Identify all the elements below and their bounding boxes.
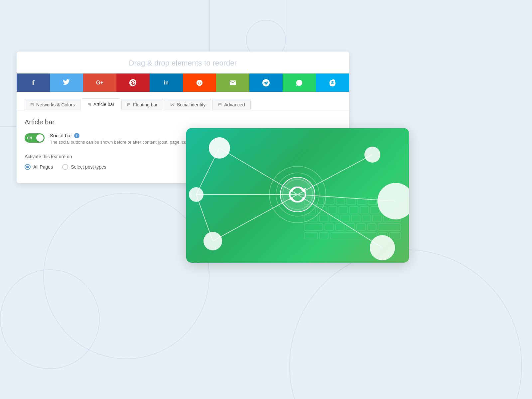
whatsapp-btn[interactable] xyxy=(283,73,316,92)
tab-article-bar[interactable]: ⊞ Article bar xyxy=(82,98,120,110)
radio-circle-select-post xyxy=(62,164,68,170)
svg-point-55 xyxy=(203,232,222,250)
svg-point-52 xyxy=(280,177,315,212)
green-card-background xyxy=(186,128,409,263)
social-bar-label: Social bar i xyxy=(50,133,192,138)
social-bar: f G+ in xyxy=(17,73,349,92)
svg-point-58 xyxy=(370,235,395,260)
svg-point-57 xyxy=(377,183,409,219)
reddit-btn[interactable] xyxy=(183,73,216,92)
tab-icon-article: ⊞ xyxy=(87,102,91,107)
bg-circle-2 xyxy=(0,269,100,369)
svg-point-1 xyxy=(198,82,199,83)
network-svg xyxy=(186,128,409,263)
tab-networks-colors[interactable]: ⊞ Networks & Colors xyxy=(25,99,80,110)
radio-select-post-types[interactable]: Select post types xyxy=(62,164,106,170)
tab-advanced[interactable]: ⊞ Advanced xyxy=(212,99,250,110)
linkedin-btn[interactable]: in xyxy=(150,73,183,92)
svg-point-2 xyxy=(200,82,201,83)
googleplus-btn[interactable]: G+ xyxy=(83,73,116,92)
toggle-knob xyxy=(36,134,44,142)
twitter-btn[interactable] xyxy=(50,73,83,92)
svg-point-0 xyxy=(197,79,202,85)
bg-circle-3 xyxy=(289,249,522,399)
telegram-btn[interactable] xyxy=(249,73,283,92)
tab-icon-advanced: ⊞ xyxy=(218,102,222,107)
tab-icon-social: ⋈ xyxy=(170,102,175,107)
skype-btn[interactable] xyxy=(316,73,349,92)
bg-circle-1 xyxy=(43,193,209,359)
tab-floating-bar[interactable]: ⊞ Floating bar xyxy=(121,99,163,110)
green-network-card xyxy=(186,128,409,263)
svg-point-53 xyxy=(209,137,230,159)
svg-point-56 xyxy=(364,147,380,163)
tab-icon-networks: ⊞ xyxy=(30,102,34,107)
svg-point-54 xyxy=(189,187,203,202)
social-bar-toggle[interactable]: ON xyxy=(25,133,45,143)
tab-icon-floating: ⊞ xyxy=(127,102,131,107)
social-bar-description: The social buttons can be shown before o… xyxy=(50,140,192,145)
drag-drop-header: Drag & drop elements to reorder xyxy=(17,52,349,73)
tab-social-identity[interactable]: ⋈ Social identity xyxy=(165,99,211,110)
toggle-text-group: Social bar i The social buttons can be s… xyxy=(50,133,192,145)
info-icon[interactable]: i xyxy=(74,133,79,138)
facebook-btn[interactable]: f xyxy=(17,73,50,92)
toggle-on-label: ON xyxy=(27,136,32,140)
pinterest-btn[interactable] xyxy=(116,73,150,92)
radio-circle-all-pages xyxy=(25,164,31,170)
tab-bar: ⊞ Networks & Colors ⊞ Article bar ⊞ Floa… xyxy=(17,92,349,110)
email-btn[interactable] xyxy=(216,73,249,92)
radio-all-pages[interactable]: All Pages xyxy=(25,164,53,170)
